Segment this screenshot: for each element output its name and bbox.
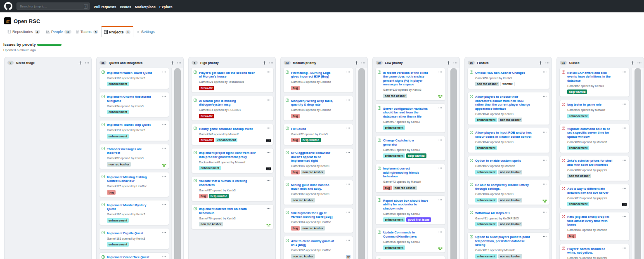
card-menu-button[interactable]: [623, 127, 626, 129]
card-menu-button[interactable]: [543, 212, 547, 213]
tab-teams[interactable]: Teams5: [76, 26, 98, 37]
column-menu-button[interactable]: [545, 62, 550, 64]
org-name[interactable]: Open RSC: [14, 18, 40, 24]
card-menu-button[interactable]: [346, 212, 350, 213]
card-menu-button[interactable]: [162, 124, 166, 125]
card-menu-button[interactable]: [438, 139, 442, 141]
issue-card[interactable]: Implement Watch Tower QuestGame#183 open…: [99, 68, 169, 89]
issue-card[interactable]: Not all EXP award and skill events have …: [559, 68, 630, 97]
issue-card[interactable]: Implement Murder Mystery QuestGame#180 o…: [99, 200, 169, 225]
issue-card[interactable]: Server configuration variables should be…: [375, 104, 445, 133]
issue-card[interactable]: bug tester in-game roleGame#89 opened by…: [559, 100, 630, 121]
nav-marketplace[interactable]: Marketplace: [135, 1, 156, 13]
issue-title[interactable]: Man(Men) Wrong Drop table, quantity & dr…: [291, 99, 345, 107]
search-input[interactable]: Search or jump to... /: [17, 2, 90, 10]
issue-card[interactable]: Implement Digsite QuestGame#181 opened b…: [99, 228, 169, 250]
issue-card[interactable]: Al Kharid gate is missing dialogue/syste…: [191, 96, 274, 121]
column-scrollbar-thumb[interactable]: [450, 68, 457, 259]
card-menu-button[interactable]: [162, 204, 166, 205]
add-card-button[interactable]: [76, 61, 85, 65]
issue-card[interactable]: Player's get stuck on the second floor o…: [191, 68, 274, 93]
issue-title[interactable]: Implement Murder Mystery Quest: [107, 203, 161, 211]
card-menu-button[interactable]: [543, 236, 547, 237]
card-menu-button[interactable]: [543, 132, 547, 133]
card-menu-button[interactable]: [623, 247, 626, 249]
card-menu-button[interactable]: [162, 148, 166, 149]
add-card-button[interactable]: [168, 61, 177, 65]
issue-card[interactable]: NPC aggressive behaviour doesn't appear …: [283, 148, 353, 177]
column-scrollbar-thumb[interactable]: [635, 68, 642, 259]
issue-title[interactable]: Fix Sound: [291, 127, 345, 131]
issue-card[interactable]: Implement Grand Tree QuestGame#178 opene…: [99, 252, 169, 259]
issue-card[interactable]: Able to clean muddy guam at lvl 1 [Bug]G…: [283, 236, 353, 259]
issue-title[interactable]: Add a way to differentiate between dev a…: [567, 187, 621, 195]
issue-title[interactable]: Option to allow players point to point t…: [475, 235, 541, 247]
card-menu-button[interactable]: [162, 71, 166, 73]
issue-title[interactable]: Implement correct item on death behaviou…: [199, 207, 265, 215]
issue-card[interactable]: Withdrawl All stops at 1Game#91 opened b…: [467, 208, 550, 229]
issue-title[interactable]: Implement Grand Tree Quest: [107, 255, 161, 259]
issue-card[interactable]: Silk buy/sells for 0 gp at varrock cloth…: [283, 208, 353, 233]
tab-projects[interactable]: Projects1: [101, 26, 133, 37]
issue-title[interactable]: Validate that a human is creating charac…: [199, 179, 265, 187]
card-menu-button[interactable]: [162, 232, 166, 233]
issue-card[interactable]: Change Captcha to a generatorGame#21 ope…: [375, 136, 445, 161]
issue-card[interactable]: Official RSC non-Kosher ChangesGame#50 o…: [467, 68, 550, 89]
column-menu-button[interactable]: [85, 62, 90, 64]
issue-title[interactable]: Not all EXP award and skill events have …: [567, 71, 621, 83]
issue-title[interactable]: Able to clean muddy guam at lvl 1 [Bug]: [291, 239, 345, 247]
column-menu-button[interactable]: [361, 62, 366, 64]
issue-title[interactable]: Implement proper nginx conf from dev int…: [199, 151, 265, 159]
card-menu-button[interactable]: [438, 167, 442, 169]
card-menu-button[interactable]: [346, 184, 350, 185]
nav-explore[interactable]: Explore: [159, 1, 173, 13]
issue-card[interactable]: Implement Gnome Restaurant MinigameGame#…: [99, 92, 169, 117]
add-card-button[interactable]: [260, 61, 269, 65]
column-menu-button[interactable]: [269, 62, 274, 64]
card-menu-button[interactable]: [162, 96, 166, 97]
issue-card[interactable]: Add a way to differentiate between dev a…: [559, 184, 630, 209]
issue-card[interactable]: Implement Tourist Trap QuestGame#197 ope…: [99, 120, 169, 141]
github-logo-icon[interactable]: [4, 2, 12, 10]
issue-card[interactable]: Thrander messages are incorrectGame#57 o…: [99, 144, 169, 169]
issue-card[interactable]: Mining guild mine has too much mith and …: [283, 180, 353, 205]
card-menu-button[interactable]: [543, 160, 547, 161]
issue-card[interactable]: Validate that a human is creating charac…: [191, 176, 274, 201]
issue-title[interactable]: Implement Watch Tower Quest: [107, 71, 161, 75]
card-menu-button[interactable]: [267, 180, 270, 181]
issue-title[interactable]: Implement correct adding/removing friend…: [383, 167, 437, 179]
issue-title[interactable]: Hourly game database backup event: [199, 127, 265, 131]
card-menu-button[interactable]: [543, 184, 547, 185]
issue-title[interactable]: Implement Missing Fishing Contest Behavi…: [107, 175, 161, 183]
issue-card[interactable]: Man(Men) Wrong Drop table, quantity & dr…: [283, 96, 353, 121]
issue-title[interactable]: Implement Digsite Quest: [107, 231, 161, 235]
issue-card[interactable]: Allow players to input RGB and/or hex co…: [467, 128, 550, 153]
card-menu-button[interactable]: [438, 71, 442, 73]
issue-title[interactable]: Change Captcha to a generator: [383, 139, 437, 146]
issue-card[interactable]: Update Commands in CommandHandler.javaGa…: [375, 228, 445, 253]
issue-title[interactable]: Zeke's scimitar prices for steel and mit…: [567, 159, 621, 167]
issue-title[interactable]: Mining guild mine has too much mith and …: [291, 183, 345, 191]
issue-card[interactable]: Implement correct adding/removing friend…: [375, 164, 445, 193]
issue-title[interactable]: Rats (big and small) drop rat tails almo…: [567, 215, 621, 227]
issue-card[interactable]: Report abuse box should have ability for…: [375, 195, 445, 225]
issue-card[interactable]: Players' names should be white, not yell…: [559, 244, 630, 259]
card-menu-button[interactable]: [346, 127, 350, 129]
card-menu-button[interactable]: [623, 104, 626, 105]
card-menu-button[interactable]: [623, 188, 626, 189]
card-menu-button[interactable]: [346, 152, 350, 153]
issue-title[interactable]: Silk buy/sells for 0 gp at varrock cloth…: [291, 211, 345, 219]
issue-card[interactable]: Implement correct shop restocking behavi…: [375, 256, 445, 259]
issue-title[interactable]: Al Kharid gate is missing dialogue/syste…: [199, 99, 265, 107]
issue-title[interactable]: Players' names should be white, not yell…: [567, 247, 621, 255]
card-menu-button[interactable]: [623, 71, 626, 73]
card-menu-button[interactable]: [543, 71, 547, 73]
issue-card[interactable]: Fix SoundGame#22 opened by Kenix3bughelp…: [283, 124, 353, 145]
issue-title[interactable]: Option to enable custom spells: [475, 159, 541, 163]
issue-title[interactable]: Player's get stuck on the second floor o…: [199, 71, 265, 79]
card-menu-button[interactable]: [623, 216, 626, 217]
tab-people[interactable]: People10: [45, 26, 71, 37]
card-menu-button[interactable]: [438, 107, 442, 108]
add-card-button[interactable]: [352, 61, 361, 65]
card-menu-button[interactable]: [162, 256, 166, 257]
